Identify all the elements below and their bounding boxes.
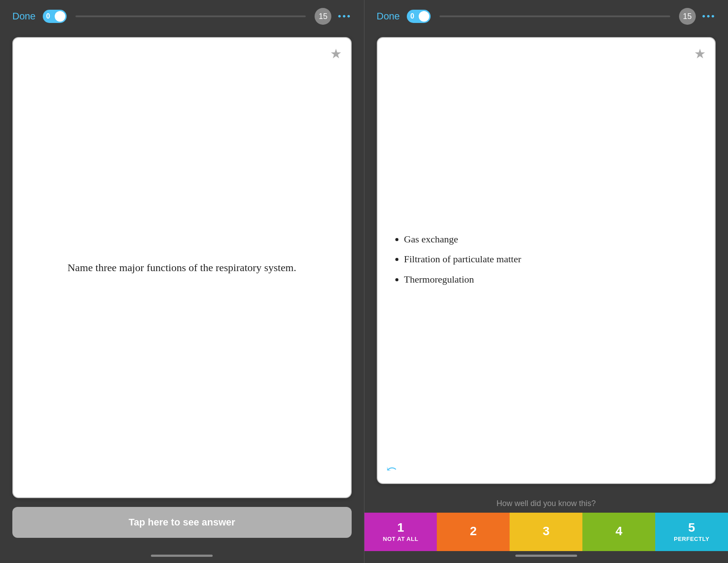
rating-question-label: How well did you know this? xyxy=(364,493,728,513)
right-count-badge: 15 xyxy=(679,8,696,25)
rating-button-4[interactable]: 4 xyxy=(582,513,655,551)
left-toggle-knob xyxy=(55,11,65,22)
left-done-button[interactable]: Done xyxy=(12,11,36,22)
left-progress-bar xyxy=(75,15,306,17)
left-home-indicator xyxy=(151,555,213,557)
rating-label-5: PERFECTLY xyxy=(674,536,709,542)
left-star-icon[interactable]: ★ xyxy=(330,46,342,61)
left-bottom-area: Tap here to see answer xyxy=(0,507,364,551)
rating-num-3: 3 xyxy=(543,525,550,537)
left-phone-screen: Done 0 15 ••• ★ Name three major functio… xyxy=(0,0,364,563)
right-star-icon[interactable]: ★ xyxy=(694,46,706,61)
left-header-bar: Done 0 15 ••• xyxy=(0,0,364,33)
rating-num-5: 5 xyxy=(688,521,695,534)
rating-button-1[interactable]: 1 NOT AT ALL xyxy=(364,513,437,551)
right-done-button[interactable]: Done xyxy=(377,11,400,22)
rating-num-1: 1 xyxy=(397,521,404,534)
rating-buttons-group: 1 NOT AT ALL 2 3 4 5 PERFECTLY xyxy=(364,513,728,551)
undo-icon[interactable]: ⤺ xyxy=(387,461,397,476)
left-card-question: Name three major functions of the respir… xyxy=(68,260,296,276)
right-more-dots-button[interactable]: ••• xyxy=(702,11,716,23)
screens-container: Done 0 15 ••• ★ Name three major functio… xyxy=(0,0,728,563)
right-flashcard[interactable]: ★ Gas exchange Filtration of particulate… xyxy=(377,37,716,484)
right-home-indicator xyxy=(515,555,577,557)
left-count-badge: 15 xyxy=(315,8,331,25)
rating-num-2: 2 xyxy=(470,525,477,537)
right-phone-screen: Done 0 15 ••• ★ Gas exchange Filtration … xyxy=(364,0,728,563)
rating-area: How well did you know this? 1 NOT AT ALL… xyxy=(364,493,728,551)
left-more-dots-button[interactable]: ••• xyxy=(338,11,351,23)
right-answer-list: Gas exchange Filtration of particulate m… xyxy=(391,230,702,291)
rating-button-2[interactable]: 2 xyxy=(437,513,510,551)
rating-button-3[interactable]: 3 xyxy=(510,513,582,551)
rating-label-1: NOT AT ALL xyxy=(383,536,418,542)
left-card-area: ★ Name three major functions of the resp… xyxy=(0,33,364,507)
answer-item-1: Gas exchange xyxy=(404,230,702,248)
right-toggle-switch[interactable]: 0 xyxy=(407,10,431,23)
right-card-area: ★ Gas exchange Filtration of particulate… xyxy=(364,33,728,493)
left-toggle-count: 0 xyxy=(46,12,50,20)
right-progress-bar xyxy=(439,15,670,17)
tap-here-button[interactable]: Tap here to see answer xyxy=(12,507,352,538)
left-flashcard[interactable]: ★ Name three major functions of the resp… xyxy=(12,37,352,498)
right-toggle-knob xyxy=(419,11,429,22)
rating-button-5[interactable]: 5 PERFECTLY xyxy=(655,513,728,551)
right-header-bar: Done 0 15 ••• xyxy=(364,0,728,33)
right-toggle-count: 0 xyxy=(410,12,414,20)
rating-num-4: 4 xyxy=(615,525,623,537)
answer-item-3: Thermoregulation xyxy=(404,271,702,288)
left-toggle-switch[interactable]: 0 xyxy=(43,10,67,23)
answer-item-2: Filtration of particulate matter xyxy=(404,250,702,268)
